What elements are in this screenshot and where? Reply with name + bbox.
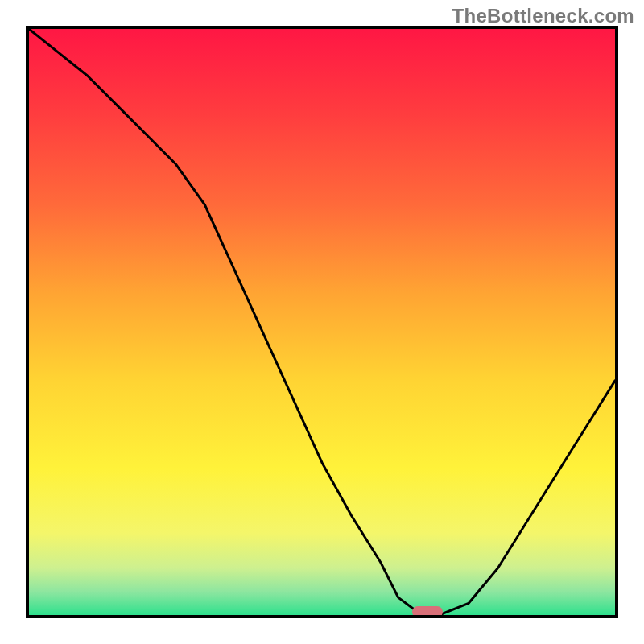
chart-frame: TheBottleneck.com bbox=[0, 0, 644, 644]
optimum-marker bbox=[412, 606, 443, 617]
watermark-text: TheBottleneck.com bbox=[452, 5, 634, 27]
plot-area bbox=[26, 26, 618, 618]
bottleneck-curve bbox=[29, 29, 615, 615]
